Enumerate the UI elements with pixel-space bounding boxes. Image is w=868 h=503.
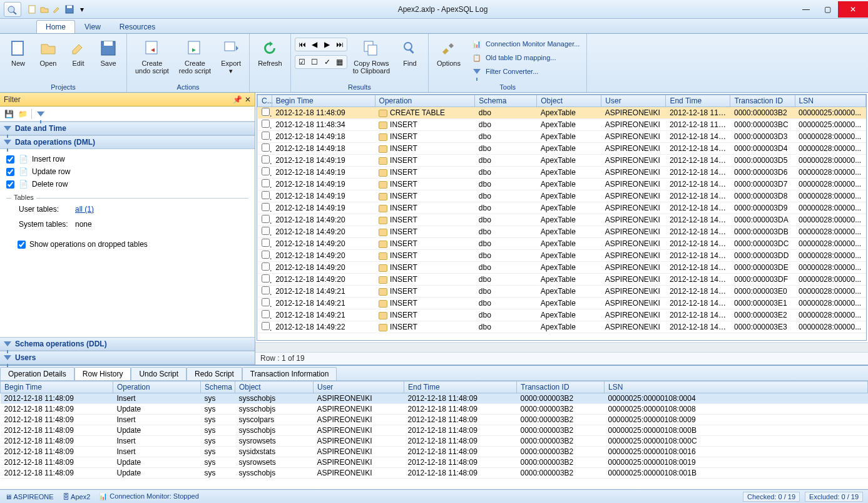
details-column-header[interactable]: Begin Time <box>1 381 113 393</box>
grid-column-header[interactable]: Operation <box>375 95 475 107</box>
clear-filter-icon[interactable] <box>36 109 46 119</box>
row-checkbox[interactable] <box>262 191 270 199</box>
table-row[interactable]: 2012-12-18 14:49:21INSERTdboApexTableASP… <box>258 309 866 321</box>
filter-converter-link[interactable]: Filter Converter... <box>469 65 583 78</box>
row-checkbox[interactable] <box>262 203 270 211</box>
nav-first-icon[interactable]: ⏮ <box>297 39 308 49</box>
open-button[interactable]: Open <box>34 36 63 69</box>
table-row[interactable]: 2012-12-18 14:49:22INSERTdboApexTableASP… <box>258 321 866 333</box>
table-row[interactable]: 2012-12-18 11:48:09CREATE TABLEdboApexTa… <box>258 107 866 119</box>
row-checkbox[interactable] <box>262 215 270 223</box>
qa-dropdown-icon[interactable]: ▾ <box>76 4 88 15</box>
row-checkbox[interactable] <box>262 310 270 318</box>
uncheck-all-icon[interactable]: ☐ <box>309 57 320 67</box>
row-checkbox[interactable] <box>262 239 270 247</box>
app-icon[interactable] <box>4 2 21 17</box>
copy-rows-button[interactable]: Copy Rows to Clipboard <box>349 36 394 76</box>
tab-resources[interactable]: Resources <box>110 20 165 33</box>
minimize-button[interactable]: — <box>795 1 817 18</box>
row-checkbox[interactable] <box>262 251 270 259</box>
row-checkbox[interactable] <box>262 108 270 116</box>
maximize-button[interactable]: ▢ <box>817 1 838 18</box>
table-row[interactable]: 2012-12-18 14:49:18INSERTdboApexTableASP… <box>258 143 866 155</box>
options-button[interactable]: Options <box>432 36 465 69</box>
table-row[interactable]: 2012-12-18 14:49:19INSERTdboApexTableASP… <box>258 202 866 214</box>
nav-next-icon[interactable]: ▶ <box>322 39 333 49</box>
row-checkbox[interactable] <box>262 132 270 140</box>
row-checkbox[interactable] <box>262 322 270 330</box>
table-row[interactable]: 2012-12-18 14:49:20INSERTdboApexTableASP… <box>258 250 866 262</box>
nav-last-icon[interactable]: ⏭ <box>334 39 345 49</box>
details-column-header[interactable]: Transaction ID <box>517 381 605 393</box>
details-row[interactable]: 2012-12-18 11:48:09InsertsyssyscolparsAS… <box>1 415 868 425</box>
nav-prev-icon[interactable]: ◀ <box>309 39 320 49</box>
find-button[interactable]: Find <box>396 36 424 69</box>
details-column-header[interactable]: End Time <box>404 381 517 393</box>
filter-section-users[interactable]: Users <box>0 351 255 365</box>
table-row[interactable]: 2012-12-18 14:49:19INSERTdboApexTableASP… <box>258 179 866 190</box>
details-tab[interactable]: Row History <box>74 367 131 380</box>
grid-column-header[interactable]: LSN <box>795 95 865 107</box>
details-row[interactable]: 2012-12-18 11:48:09UpdatesyssysschobjsAS… <box>1 404 868 415</box>
create-redo-script-button[interactable]: Create redo script <box>175 36 215 76</box>
details-row[interactable]: 2012-12-18 11:48:09UpdatesyssysschobjsAS… <box>1 468 868 479</box>
table-row[interactable]: 2012-12-18 14:49:19INSERTdboApexTableASP… <box>258 190 866 202</box>
details-column-header[interactable]: Schema <box>201 381 235 393</box>
details-tab[interactable]: Transaction Information <box>242 367 337 380</box>
tab-view[interactable]: View <box>75 20 110 33</box>
edit-button[interactable]: Edit <box>64 36 93 69</box>
table-row[interactable]: 2012-12-18 11:48:34INSERTdboApexTableASP… <box>258 119 866 131</box>
details-row[interactable]: 2012-12-18 11:48:09UpdatesyssysrowsetsAS… <box>1 457 868 468</box>
check-sel-icon[interactable]: ✓ <box>322 57 333 67</box>
grid-column-header[interactable]: User <box>601 95 666 107</box>
table-row[interactable]: 2012-12-18 14:49:20INSERTdboApexTableASP… <box>258 262 866 274</box>
grid-column-header[interactable]: Begin Time <box>272 95 375 107</box>
check-all-icon[interactable]: ☑ <box>297 57 308 67</box>
details-column-header[interactable]: LSN <box>605 381 868 393</box>
table-row[interactable]: 2012-12-18 14:49:19INSERTdboApexTableASP… <box>258 155 866 167</box>
details-column-header[interactable]: Operation <box>113 381 201 393</box>
connection-monitor-manager-link[interactable]: 📊Connection Monitor Manager... <box>469 38 583 50</box>
row-checkbox[interactable] <box>262 274 270 283</box>
dml-checkbox[interactable] <box>6 168 14 176</box>
qa-new-icon[interactable] <box>26 4 38 15</box>
show-dropped-checkbox[interactable] <box>18 241 26 249</box>
user-tables-link[interactable]: all (1) <box>75 205 94 214</box>
refresh-button[interactable]: Refresh <box>253 36 287 69</box>
table-row[interactable]: 2012-12-18 14:49:20INSERTdboApexTableASP… <box>258 214 866 226</box>
table-row[interactable]: 2012-12-18 14:49:20INSERTdboApexTableASP… <box>258 274 866 286</box>
details-column-header[interactable]: User <box>314 381 404 393</box>
old-table-id-mapping-link[interactable]: 📋Old table ID mapping... <box>469 51 583 64</box>
table-row[interactable]: 2012-12-18 14:49:20INSERTdboApexTableASP… <box>258 238 866 250</box>
details-grid[interactable]: Begin TimeOperationSchemaObjectUserEnd T… <box>0 381 868 489</box>
create-undo-script-button[interactable]: Create undo script <box>131 36 173 76</box>
grid-column-header[interactable]: C... <box>258 95 272 107</box>
save-filter-icon[interactable]: 💾 <box>4 109 14 119</box>
grid-column-header[interactable]: Schema <box>475 95 537 107</box>
qa-open-icon[interactable] <box>39 4 50 15</box>
grid-column-header[interactable]: End Time <box>666 95 730 107</box>
table-row[interactable]: 2012-12-18 14:49:19INSERTdboApexTableASP… <box>258 167 866 179</box>
details-row[interactable]: 2012-12-18 11:48:09InsertsyssysidxstatsA… <box>1 447 868 457</box>
details-tab[interactable]: Operation Details <box>0 367 74 380</box>
save-button[interactable]: Save <box>94 36 123 69</box>
details-column-header[interactable]: Object <box>235 381 314 393</box>
grid-column-header[interactable]: Transaction ID <box>730 95 795 107</box>
details-row[interactable]: 2012-12-18 11:48:09InsertsyssysschobjsAS… <box>1 393 868 404</box>
table-row[interactable]: 2012-12-18 14:49:18INSERTdboApexTableASP… <box>258 131 866 143</box>
filter-section-date[interactable]: Date and Time <box>0 122 255 135</box>
export-button[interactable]: Export▾ <box>217 36 245 76</box>
row-checkbox[interactable] <box>262 143 270 152</box>
table-row[interactable]: 2012-12-18 14:49:20INSERTdboApexTableASP… <box>258 226 866 238</box>
grid-opts-icon[interactable]: ▦ <box>334 57 345 67</box>
table-row[interactable]: 2012-12-18 14:49:21INSERTdboApexTableASP… <box>258 286 866 298</box>
close-panel-icon[interactable]: ✕ <box>245 95 251 104</box>
table-row[interactable]: 2012-12-18 14:49:21INSERTdboApexTableASP… <box>258 298 866 309</box>
qa-edit-icon[interactable] <box>51 4 63 15</box>
row-checkbox[interactable] <box>262 298 270 306</box>
close-button[interactable]: ✕ <box>838 1 868 18</box>
dml-checkbox[interactable] <box>6 180 14 189</box>
details-tab[interactable]: Undo Script <box>131 367 186 380</box>
row-checkbox[interactable] <box>262 167 270 175</box>
grid-column-header[interactable]: Object <box>537 95 601 107</box>
